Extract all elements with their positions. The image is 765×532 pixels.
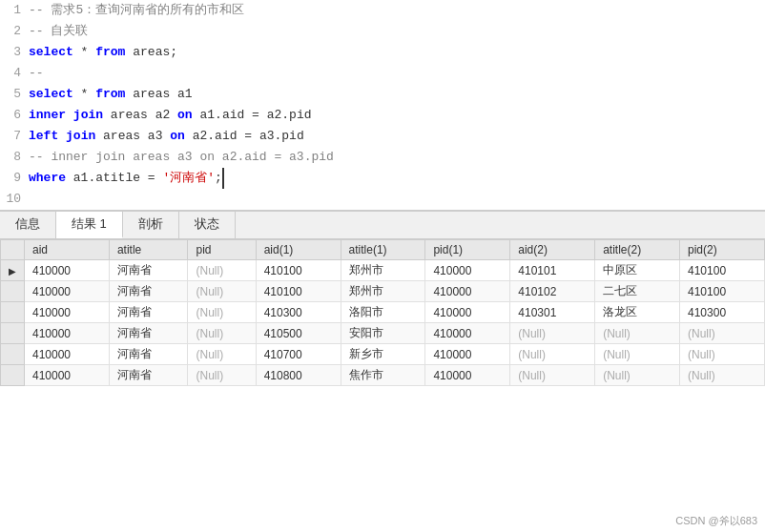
code-line: 3select * from areas; [0,42,765,63]
table-cell: (Null) [595,344,680,365]
table-cell: 河南省 [109,365,188,386]
row-indicator [1,323,25,344]
code-line: 6inner join areas a2 on a1.aid = a2.pid [0,105,765,126]
table-cell: 河南省 [109,281,188,302]
table-cell: 410300 [256,302,341,323]
code-line: 10 [0,189,765,210]
table-cell: (Null) [188,323,256,344]
text-cursor [222,168,232,189]
table-cell: 410000 [25,302,110,323]
line-content: -- 自关联 [29,21,765,42]
table-cell: 410000 [425,365,510,386]
table-cell: 焦作市 [341,365,425,386]
col-header-6: pid(1) [425,240,510,260]
code-line: 8-- inner join areas a3 on a2.aid = a3.p… [0,147,765,168]
table-cell: 410000 [425,302,510,323]
line-number: 10 [0,189,29,210]
line-content: where a1.atitle = '河南省'; [29,168,765,189]
table-cell: 河南省 [109,323,188,344]
tab-result1[interactable]: 结果 1 [56,212,123,238]
table-row: 410000河南省(Null)410700新乡市410000(Null)(Nul… [1,344,765,365]
table-cell: (Null) [188,365,256,386]
table-row: 410000河南省(Null)410100郑州市410000410101中原区4… [1,260,765,281]
table-cell: 二七区 [595,281,680,302]
watermark: CSDN @斧以683 [675,514,757,528]
table-row: 410000河南省(Null)410300洛阳市410000410301洛龙区4… [1,302,765,323]
table-cell: 410500 [256,323,341,344]
line-content: inner join areas a2 on a1.aid = a2.pid [29,105,765,126]
code-line: 2-- 自关联 [0,21,765,42]
result-table: aidatitlepidaid(1)atitle(1)pid(1)aid(2)a… [0,239,765,386]
table-cell: 洛阳市 [341,302,425,323]
col-header-2: atitle [109,240,188,260]
tab-info[interactable]: 信息 [0,212,56,238]
table-cell: 410101 [510,260,595,281]
table-cell: (Null) [595,323,680,344]
table-cell: 410301 [510,302,595,323]
line-number: 9 [0,168,29,189]
table-cell: (Null) [188,302,256,323]
col-header-0 [1,240,25,260]
code-line: 9where a1.atitle = '河南省'; [0,168,765,189]
app-container: 1-- 需求5：查询河南省的所有的市和区2-- 自关联3select * fro… [0,0,765,532]
line-content: -- [29,63,765,84]
col-header-3: pid [188,240,256,260]
col-header-8: atitle(2) [595,240,680,260]
line-number: 1 [0,0,29,21]
line-number: 6 [0,105,29,126]
code-line: 7left join areas a3 on a2.aid = a3.pid [0,126,765,147]
table-cell: 洛龙区 [595,302,680,323]
table-cell: 410000 [425,281,510,302]
table-cell: (Null) [595,365,680,386]
row-indicator [1,302,25,323]
table-cell: (Null) [188,260,256,281]
table-cell: (Null) [188,281,256,302]
col-header-5: atitle(1) [341,240,425,260]
table-cell: 410800 [256,365,341,386]
line-content: select * from areas a1 [29,84,765,105]
table-cell: 河南省 [109,260,188,281]
code-line: 5select * from areas a1 [0,84,765,105]
table-cell: 410000 [25,323,110,344]
table-cell: (Null) [510,323,595,344]
table-row: 410000河南省(Null)410800焦作市410000(Null)(Nul… [1,365,765,386]
col-header-7: aid(2) [510,240,595,260]
table-cell: 河南省 [109,344,188,365]
code-line: 4-- [0,63,765,84]
table-cell: (Null) [510,344,595,365]
line-content: select * from areas; [29,42,765,63]
line-content: left join areas a3 on a2.aid = a3.pid [29,126,765,147]
table-cell: 410100 [680,260,765,281]
table-cell: (Null) [680,323,765,344]
table-cell: 中原区 [595,260,680,281]
code-editor[interactable]: 1-- 需求5：查询河南省的所有的市和区2-- 自关联3select * fro… [0,0,765,211]
table-cell: 410102 [510,281,595,302]
table-cell: 410000 [25,260,110,281]
table-cell: 410000 [25,281,110,302]
tabs-bar: 信息结果 1剖析状态 [0,211,765,239]
table-cell: 410000 [425,344,510,365]
line-number: 3 [0,42,29,63]
table-cell: (Null) [680,344,765,365]
table-cell: 安阳市 [341,323,425,344]
table-cell: (Null) [510,365,595,386]
table-cell: 郑州市 [341,260,425,281]
line-number: 2 [0,21,29,42]
table-cell: (Null) [188,344,256,365]
result-table-area[interactable]: aidatitlepidaid(1)atitle(1)pid(1)aid(2)a… [0,239,765,386]
row-indicator [1,281,25,302]
col-header-9: pid(2) [680,240,765,260]
table-row: 410000河南省(Null)410500安阳市410000(Null)(Nul… [1,323,765,344]
table-cell: 新乡市 [341,344,425,365]
table-cell: 410100 [256,260,341,281]
table-cell: 郑州市 [341,281,425,302]
table-cell: 410000 [25,344,110,365]
col-header-1: aid [25,240,110,260]
code-line: 1-- 需求5：查询河南省的所有的市和区 [0,0,765,21]
table-cell: (Null) [680,365,765,386]
table-cell: 410700 [256,344,341,365]
table-cell: 410100 [256,281,341,302]
tab-profile[interactable]: 剖析 [123,212,179,238]
col-header-4: aid(1) [256,240,341,260]
tab-status[interactable]: 状态 [179,212,236,238]
